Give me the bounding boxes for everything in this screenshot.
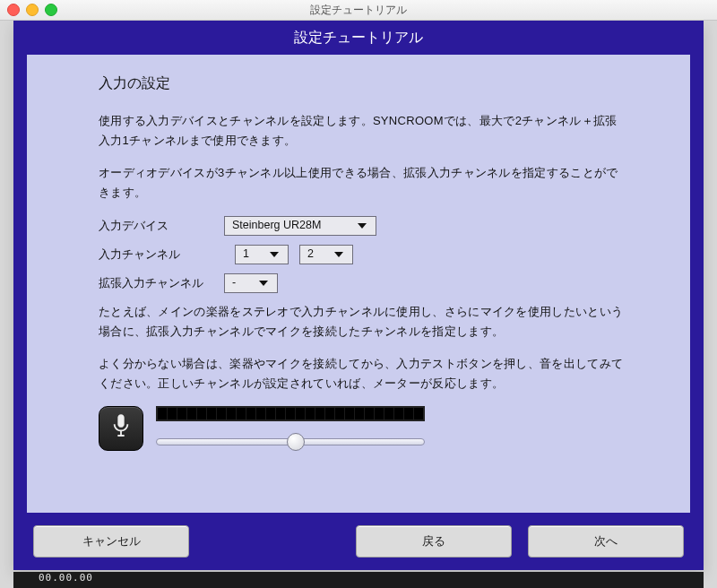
modal-footer: キャンセル 戻る 次へ: [13, 513, 704, 570]
modal-body: 入力の設定 使用する入力デバイスとチャンネルを設定します。SYNCROOMでは、…: [27, 55, 690, 513]
titlebar: 設定チュートリアル: [0, 0, 717, 21]
meter-column: [156, 406, 425, 450]
intro-paragraph-1: 使用する入力デバイスとチャンネルを設定します。SYNCROOMでは、最大で2チャ…: [99, 111, 627, 151]
cancel-button[interactable]: キャンセル: [33, 525, 189, 558]
next-button-label: 次へ: [594, 533, 618, 549]
minimize-window-button[interactable]: [26, 4, 39, 16]
background-timecode: 00.00.00: [13, 572, 704, 588]
back-button[interactable]: 戻る: [356, 525, 512, 558]
input-device-label: 入力デバイス: [99, 216, 224, 236]
slider-thumb[interactable]: [287, 433, 305, 451]
zoom-window-button[interactable]: [45, 4, 57, 16]
mic-icon: [111, 414, 131, 444]
section-title: 入力の設定: [99, 71, 627, 95]
help-paragraph: よく分からない場合は、楽器やマイクを接続してから、入力テストボタンを押し、音を出…: [99, 354, 627, 393]
row-input-channel: 入力チャンネル 1 2: [99, 245, 627, 264]
tutorial-modal: 設定チュートリアル 入力の設定 使用する入力デバイスとチャンネルを設定します。S…: [13, 21, 704, 570]
input-gain-slider[interactable]: [156, 434, 425, 450]
input-channel-2-value: 2: [307, 245, 314, 264]
ext-channel-label: 拡張入力チャンネル: [99, 273, 224, 293]
chevron-down-icon: [254, 274, 273, 292]
ext-channel-select[interactable]: -: [224, 273, 278, 293]
back-button-label: 戻る: [422, 533, 445, 549]
input-channel-2-select[interactable]: 2: [299, 245, 353, 264]
input-level-meter: [156, 406, 425, 421]
input-channel-1-value: 1: [243, 245, 249, 264]
ext-channel-value: -: [232, 273, 236, 292]
intro-paragraph-2: オーディオデバイスが3チャンネル以上使用できる場合、拡張入力チャンネルを指定する…: [99, 163, 627, 203]
input-channel-label: 入力チャンネル: [99, 245, 224, 264]
close-window-button[interactable]: [7, 4, 20, 16]
input-test-block: [99, 406, 627, 451]
modal-title: 設定チュートリアル: [294, 29, 423, 48]
row-input-device: 入力デバイス Steinberg UR28M: [99, 216, 627, 236]
example-paragraph: たとえば、メインの楽器をステレオで入力チャンネルに使用し、さらにマイクを使用した…: [99, 302, 627, 342]
cancel-button-label: キャンセル: [82, 533, 141, 549]
input-channel-1-select[interactable]: 1: [235, 245, 289, 264]
chevron-down-icon: [264, 246, 284, 264]
input-test-button[interactable]: [99, 406, 143, 451]
window-controls: [7, 4, 57, 16]
chevron-down-icon: [352, 217, 372, 235]
chevron-down-icon: [329, 246, 349, 264]
next-button[interactable]: 次へ: [528, 525, 684, 558]
window-title: 設定チュートリアル: [310, 3, 407, 18]
input-device-value: Steinberg UR28M: [232, 216, 321, 235]
modal-header: 設定チュートリアル: [13, 21, 704, 55]
row-ext-channel: 拡張入力チャンネル -: [99, 273, 627, 293]
input-device-select[interactable]: Steinberg UR28M: [224, 216, 376, 236]
